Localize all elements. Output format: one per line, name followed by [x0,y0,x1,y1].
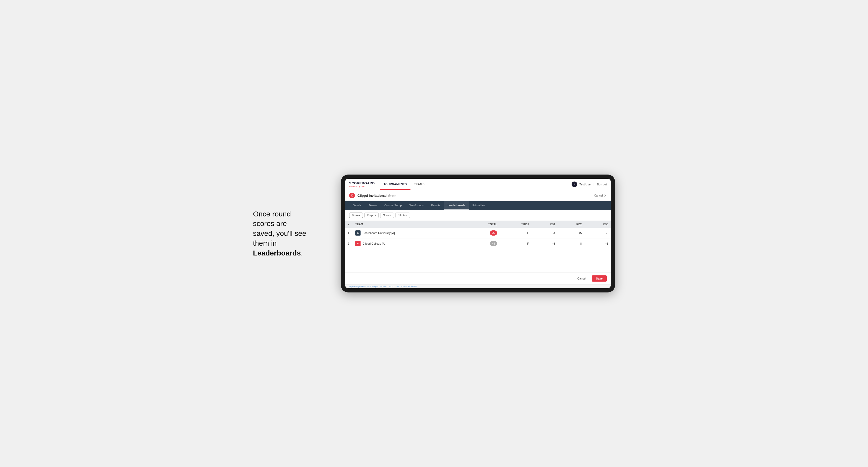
team-icon: C [355,241,361,246]
filter-scores[interactable]: Scores [380,213,394,218]
close-icon: ✕ [604,194,607,197]
sign-out-link[interactable]: Sign out [596,183,607,186]
cell-total: +3 [465,239,500,249]
cancel-label: Cancel [594,194,603,197]
score-badge: +3 [490,241,497,246]
tournament-header: C Clippd Invitational (Men) Cancel ✕ [345,190,611,201]
score-badge: -5 [490,230,497,236]
col-rd2: RD2 [558,221,584,228]
tab-details[interactable]: Details [349,201,365,210]
top-navigation: SCOREBOARD Powered by clippd TOURNAMENTS… [345,179,611,190]
description-period: . [301,249,303,257]
team-name: Scoreboard University [A] [363,231,395,235]
cell-rd2: -8 [558,239,584,249]
user-name: Test User [579,183,591,186]
description-bold: Leaderboards [253,249,301,257]
cell-rd3: +3 [584,239,611,249]
nav-tournaments[interactable]: TOURNAMENTS [380,179,410,190]
description-line1: Once round [253,210,291,218]
team-icon: SU [355,230,361,236]
description-line3: saved, you'll see [253,229,306,238]
tournament-gender: (Men) [388,194,396,197]
cell-rd3: -6 [584,228,611,239]
cell-thru: F [500,228,531,239]
filter-bar: Teams Players Scores Strokes [345,210,611,221]
page-wrapper: Once round scores are saved, you'll see … [253,175,615,292]
tab-printables[interactable]: Printables [469,201,489,210]
cell-rd1: -4 [531,228,558,239]
cancel-button-footer[interactable]: Cancel [574,275,590,282]
tournament-name: Clippd Invitational [358,194,387,197]
status-url: https://stage-blue-coach.stagescoreboard… [349,285,417,287]
cell-team: C Clippd College [A] [353,239,465,249]
col-thru: THRU [500,221,531,228]
logo-area: SCOREBOARD Powered by clippd [349,181,375,187]
cell-rank: 1 [345,228,353,239]
left-description: Once round scores are saved, you'll see … [253,209,326,258]
tab-teams[interactable]: Teams [365,201,381,210]
filter-teams[interactable]: Teams [349,213,363,218]
cell-team: SU Scoreboard University [A] [353,228,465,239]
bottom-action-bar: Cancel Save [345,273,611,284]
description-line4: them in [253,239,277,247]
tab-leaderboards[interactable]: Leaderboards [444,201,469,210]
cell-rd1: +8 [531,239,558,249]
filter-players[interactable]: Players [365,213,379,218]
tournament-logo: C [349,193,355,198]
cell-total: -5 [465,228,500,239]
leaderboard-table: # TEAM TOTAL THRU RD1 RD2 RD3 1 SU Sco [345,221,611,249]
col-rank: # [345,221,353,228]
logo-text: SCOREBOARD [349,181,375,185]
user-avatar: S [571,182,577,187]
save-button[interactable]: Save [592,275,607,282]
tab-tee-groups[interactable]: Tee Groups [405,201,427,210]
col-rd1: RD1 [531,221,558,228]
tab-course-setup[interactable]: Course Setup [381,201,405,210]
leaderboard-table-area: # TEAM TOTAL THRU RD1 RD2 RD3 1 SU Sco [345,221,611,273]
cell-thru: F [500,239,531,249]
tablet-screen: SCOREBOARD Powered by clippd TOURNAMENTS… [345,179,611,288]
nav-teams[interactable]: TEAMS [410,179,428,190]
filter-strokes[interactable]: Strokes [396,213,410,218]
cancel-button-header[interactable]: Cancel ✕ [594,194,607,197]
col-total: TOTAL [465,221,500,228]
cell-rank: 2 [345,239,353,249]
nav-links: TOURNAMENTS TEAMS [380,179,428,190]
status-bar: https://stage-blue-coach.stagescoreboard… [345,284,611,288]
cell-rd2: +5 [558,228,584,239]
tablet-device: SCOREBOARD Powered by clippd TOURNAMENTS… [341,175,615,292]
logo-subtitle: Powered by clippd [349,185,375,187]
col-rd3: RD3 [584,221,611,228]
tab-results[interactable]: Results [427,201,444,210]
nav-right: S Test User | Sign out [571,182,607,187]
clippd-brand: clippd [361,185,366,187]
col-team: TEAM [353,221,465,228]
table-header-row: # TEAM TOTAL THRU RD1 RD2 RD3 [345,221,611,228]
powered-by-text: Powered by [349,185,361,187]
description-line2: scores are [253,220,287,227]
sub-navigation: Details Teams Course Setup Tee Groups Re… [345,201,611,210]
team-name: Clippd College [A] [363,242,385,245]
table-row: 1 SU Scoreboard University [A] -5 F -4 +… [345,228,611,239]
table-row: 2 C Clippd College [A] +3 F +8 -8 +3 [345,239,611,249]
